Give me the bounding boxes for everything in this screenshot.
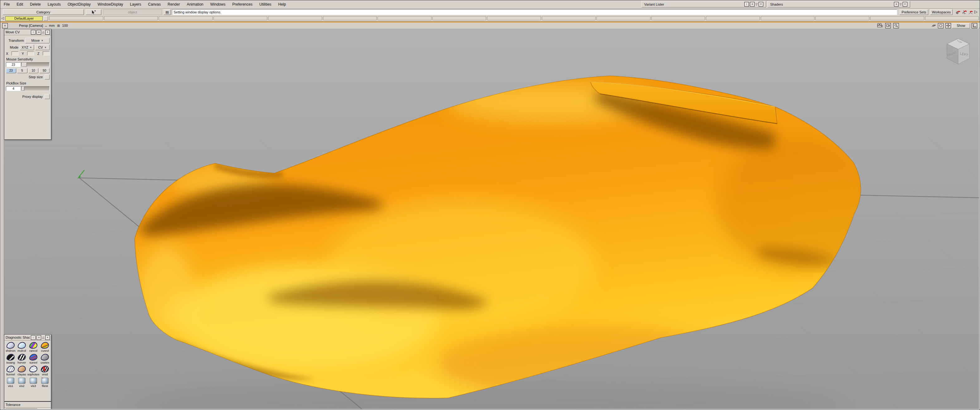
layer-slot[interactable] (268, 16, 322, 20)
move-cv-titlebar[interactable]: Move CV ↕ ≡ △ × (4, 29, 51, 35)
layer-slot[interactable] (159, 16, 213, 20)
camera-icon[interactable] (877, 23, 883, 28)
layer-slot[interactable] (815, 16, 869, 20)
pickbox-size-slider[interactable] (21, 86, 49, 91)
z-axis-field[interactable] (43, 51, 49, 55)
resize-vertical-icon[interactable]: ↕ (31, 30, 35, 35)
subdivision-level-value[interactable]: 3 (979, 23, 980, 28)
perspective-viewport-canvas[interactable]: TOP LEFT FRONT Move CV ↕ ≡ △ × Transform… (0, 28, 980, 410)
menu-item[interactable]: Layers (127, 2, 145, 6)
pan-view-icon[interactable] (945, 23, 951, 28)
menu-item[interactable]: Edit (13, 2, 27, 6)
layer-color-chip[interactable] (44, 16, 48, 21)
resize-vertical-icon[interactable]: ↕ (31, 335, 35, 340)
shade-tool-button[interactable]: vis1 (5, 377, 16, 388)
pick-object-button[interactable] (86, 9, 101, 15)
workspaces-button[interactable]: Workspaces (930, 9, 953, 15)
menu-item[interactable]: Windows (207, 2, 229, 6)
tolerance-field[interactable] (6, 408, 37, 410)
category-button[interactable]: Category (3, 9, 84, 15)
shaders-titlebar[interactable]: Shaders ≡ ▽ × (767, 1, 910, 8)
menu-list-icon[interactable]: ≡ (37, 335, 41, 340)
slider-handle[interactable] (22, 63, 27, 66)
menu-item[interactable]: ObjectDisplay (64, 2, 94, 6)
prompt-line[interactable]: Setting window display options. (172, 9, 897, 15)
menu-item[interactable]: Preferences (229, 2, 256, 6)
proxy-display-checkbox[interactable] (45, 94, 49, 99)
track-camera-icon[interactable] (885, 23, 891, 28)
menu-item[interactable]: Animation (183, 2, 207, 6)
shade-tool-button[interactable]: clayao (16, 365, 27, 376)
shade-tool-button[interactable]: rancol (27, 341, 40, 352)
shade-tool-button[interactable]: curevl (39, 341, 51, 352)
collapse-icon[interactable]: △ (42, 336, 44, 339)
pickbox-size-value[interactable]: 4 (6, 86, 21, 91)
shade-tool-button[interactable]: isoang (5, 353, 16, 364)
layer-slot[interactable] (651, 16, 705, 20)
look-at-icon[interactable] (938, 23, 943, 28)
menu-item[interactable]: Render (164, 2, 183, 6)
shade-tool-button[interactable]: vis2 (16, 377, 27, 388)
ruler-icon[interactable] (972, 23, 977, 28)
preset-button[interactable]: 23 (6, 68, 16, 73)
window-close-box-icon[interactable]: × (2, 23, 8, 28)
menu-list-icon[interactable]: ≡ (750, 2, 754, 6)
mode-cv-select[interactable]: CV▼ (35, 44, 49, 50)
layer-slot[interactable] (597, 16, 651, 20)
snap-to-grid-icon[interactable] (955, 9, 961, 15)
resize-vertical-icon[interactable]: ↕ (744, 2, 749, 6)
collapse-icon[interactable]: ▽ (900, 3, 902, 6)
shade-tool-button[interactable]: shdnon (5, 341, 16, 352)
layer-slot[interactable] (870, 16, 924, 20)
menu-list-icon[interactable]: ≡ (894, 2, 899, 6)
layer-slot[interactable] (706, 16, 760, 20)
menu-item[interactable]: Canvas (145, 2, 164, 6)
snap-to-point-icon[interactable] (967, 9, 974, 15)
tolerance-titlebar[interactable]: Tolerance (4, 402, 51, 408)
menu-item[interactable]: Utilities (256, 2, 275, 6)
zoom-box-icon[interactable] (893, 23, 899, 28)
slider-handle[interactable] (22, 87, 24, 91)
shade-tool-button[interactable]: sophotes (27, 365, 40, 376)
layer-slot[interactable] (323, 16, 377, 20)
menu-item[interactable]: File (0, 2, 13, 6)
prompt-history-icon[interactable]: ▤ (164, 9, 170, 15)
layer-slot[interactable] (487, 16, 541, 20)
diagnostic-shade-titlebar[interactable]: Diagnostic Shade ↕ ≡ △ × (4, 335, 51, 340)
close-icon[interactable]: × (903, 2, 907, 6)
snap-to-curve-icon[interactable] (961, 9, 967, 15)
layer-slot[interactable] (213, 16, 267, 20)
collapse-icon[interactable]: △ (42, 30, 44, 34)
mouse-sensitivity-slider[interactable] (21, 62, 49, 67)
layer-slot[interactable] (761, 16, 815, 20)
close-icon[interactable]: × (759, 2, 763, 6)
preset-button[interactable]: 5 (17, 68, 27, 73)
menu-item[interactable]: Help (275, 2, 290, 6)
menu-item[interactable]: WindowDisplay (94, 2, 127, 6)
step-size-checkbox[interactable] (45, 74, 49, 79)
close-icon[interactable]: × (45, 335, 50, 340)
layer-slot[interactable] (378, 16, 431, 20)
preset-button[interactable]: 50 (39, 68, 49, 73)
shade-tool-button[interactable]: filest (39, 377, 51, 388)
close-icon[interactable]: × (45, 30, 50, 35)
twist-view-icon[interactable] (931, 23, 936, 28)
x-axis-field[interactable] (11, 51, 18, 55)
view-cube[interactable]: TOP LEFT FRONT (945, 37, 971, 66)
shade-tool-button[interactable]: vis3 (27, 377, 40, 388)
variant-lister-titlebar[interactable]: Variant Lister ↕ ≡ ▽ × (641, 1, 766, 8)
camera-view-label[interactable]: Persp [Camera] (19, 24, 43, 27)
shade-tool-button[interactable]: mulcol (16, 341, 27, 352)
shade-tool-button[interactable]: usetex (39, 353, 51, 364)
y-axis-field[interactable] (27, 51, 34, 55)
show-menu-button[interactable]: Show (952, 23, 970, 28)
layer-slot[interactable] (49, 16, 103, 20)
preset-button[interactable]: 10 (29, 68, 39, 73)
layer-slot[interactable] (542, 16, 596, 20)
preference-sets-button[interactable]: Preference Sets (900, 9, 928, 15)
layer-scroll-left-icon[interactable]: ◁ (1, 16, 4, 20)
menu-item[interactable]: Delete (27, 2, 44, 6)
menu-list-icon[interactable]: ≡ (37, 30, 41, 35)
car-model[interactable] (135, 76, 878, 401)
layer-slot[interactable] (433, 16, 487, 20)
